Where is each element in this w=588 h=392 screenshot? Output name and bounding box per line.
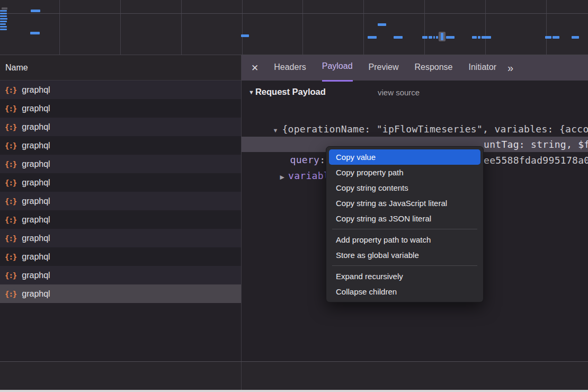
timeline-request-bar: [378, 23, 386, 26]
timeline-gridline: [485, 0, 486, 55]
timeline-request-bar: [545, 36, 551, 39]
timeline-request-bar: [553, 36, 559, 39]
request-name: graphql: [22, 197, 50, 206]
timeline-gridline: [302, 0, 303, 55]
timeline-request-bar: [0, 10, 7, 12]
json-request-icon: {:}: [5, 234, 16, 243]
timeline-request-bar: [0, 23, 6, 25]
timeline-request-bar: [429, 36, 432, 39]
request-name: graphql: [22, 159, 50, 169]
window-bottom-edge: [0, 390, 588, 392]
property-value-tail: untTag: string, $f: [484, 137, 588, 152]
timeline-request-bar: [446, 36, 455, 39]
request-row[interactable]: {:}graphql: [0, 81, 241, 99]
network-overview-timeline[interactable]: [0, 0, 588, 55]
timeline-request-bar: [482, 36, 491, 39]
request-row[interactable]: {:}graphql: [0, 247, 241, 266]
menu-item-expand-recursively[interactable]: Expand recursively: [329, 269, 480, 284]
menu-item-collapse-children[interactable]: Collapse children: [329, 284, 480, 299]
tab-initiator[interactable]: Initiator: [469, 55, 496, 81]
collapse-triangle-icon[interactable]: ▼: [248, 89, 254, 95]
expand-triangle-icon[interactable]: ▶: [280, 174, 284, 180]
details-tabbar: ✕ HeadersPayloadPreviewResponseInitiator…: [242, 55, 588, 81]
menu-separator: [332, 229, 477, 229]
summary-footer: [0, 361, 588, 390]
request-row[interactable]: {:}graphql: [0, 210, 241, 229]
request-payload-section-header: ▼Request Payload: [248, 87, 326, 97]
request-row[interactable]: {:}graphql: [0, 155, 241, 173]
more-tabs-icon[interactable]: »: [507, 62, 512, 74]
timeline-request-bar: [433, 36, 435, 39]
timeline-gridline: [424, 0, 425, 55]
property-row-operation-name[interactable]: operationName: "ipFlowTimeseries": [242, 121, 588, 137]
timeline-request-bar: [241, 34, 249, 37]
close-icon[interactable]: ✕: [251, 63, 259, 74]
json-request-icon: {:}: [5, 216, 16, 224]
tab-preview[interactable]: Preview: [369, 55, 399, 81]
property-value-tail: ee5588fdad995178a0: [484, 153, 588, 168]
json-request-icon: {:}: [5, 253, 16, 261]
request-name: graphql: [22, 85, 50, 95]
request-row[interactable]: {:}graphql: [0, 266, 241, 284]
tab-response[interactable]: Response: [414, 55, 452, 81]
json-request-icon: {:}: [5, 197, 16, 206]
timeline-request-bar: [0, 18, 7, 20]
request-row[interactable]: {:}graphql: [0, 229, 241, 247]
request-row[interactable]: {:}graphql: [0, 99, 241, 118]
request-name: graphql: [22, 289, 50, 299]
section-title: Request Payload: [255, 87, 326, 96]
request-row[interactable]: {:}graphql: [0, 192, 241, 210]
menu-item-add-property-path-to-watch[interactable]: Add property path to watch: [329, 232, 480, 247]
timeline-request-bar: [0, 15, 7, 17]
menu-item-copy-string-contents[interactable]: Copy string contents: [329, 180, 480, 195]
timeline-gridline: [363, 0, 364, 55]
request-row[interactable]: {:}graphql: [0, 173, 241, 192]
menu-item-copy-value[interactable]: Copy value: [329, 149, 480, 165]
timeline-request-bar: [478, 36, 480, 39]
view-source-link[interactable]: view source: [378, 88, 420, 97]
payload-preview-row[interactable]: ▼{operationName: "ipFlowTimeseries", var…: [242, 106, 588, 121]
json-request-icon: {:}: [5, 179, 16, 187]
timeline-request-bar: [0, 21, 7, 22]
json-request-icon: {:}: [5, 160, 16, 168]
json-request-icon: {:}: [5, 271, 16, 280]
request-row[interactable]: {:}graphql: [0, 136, 241, 155]
tabs-container: HeadersPayloadPreviewResponseInitiator: [266, 55, 504, 82]
timeline-gridline: [242, 0, 243, 55]
tab-payload[interactable]: Payload: [322, 55, 353, 82]
request-name: graphql: [22, 178, 50, 188]
menu-separator: [332, 265, 477, 266]
request-name: graphql: [22, 234, 50, 243]
context-menu: Copy valueCopy property pathCopy string …: [326, 146, 484, 302]
json-request-icon: {:}: [5, 104, 16, 113]
timeline-request-bar: [2, 7, 7, 10]
column-header-label: Name: [5, 63, 28, 72]
menu-item-copy-string-as-json-literal[interactable]: Copy string as JSON literal: [329, 211, 480, 226]
menu-item-store-as-global-variable[interactable]: Store as global variable: [329, 247, 480, 263]
timeline-gridline: [181, 0, 182, 55]
timeline-gridline: [59, 0, 60, 55]
timeline-request-bar: [0, 29, 7, 30]
timeline-request-bar: [422, 36, 427, 39]
request-name: graphql: [22, 271, 50, 280]
column-header-name[interactable]: Name: [0, 55, 241, 81]
menu-item-copy-string-as-javascript-literal[interactable]: Copy string as JavaScript literal: [329, 195, 480, 211]
json-request-icon: {:}: [5, 141, 16, 150]
timeline-horizontal-line: [0, 13, 588, 14]
request-name: graphql: [22, 252, 50, 262]
json-request-icon: {:}: [5, 290, 16, 298]
timeline-request-bar: [394, 36, 403, 39]
request-name: graphql: [22, 141, 50, 150]
request-list-pane: Name {:}graphql{:}graphql{:}graphql{:}gr…: [0, 55, 242, 361]
json-request-icon: {:}: [5, 86, 16, 94]
timeline-request-bar: [31, 10, 40, 12]
request-row[interactable]: {:}graphql: [0, 284, 241, 303]
timeline-request-bar: [30, 32, 40, 34]
menu-item-copy-property-path[interactable]: Copy property path: [329, 165, 480, 180]
timeline-request-bar: [472, 36, 477, 39]
request-name: graphql: [22, 104, 50, 113]
tab-headers[interactable]: Headers: [274, 55, 306, 81]
pane-divider: [241, 362, 242, 390]
request-row[interactable]: {:}graphql: [0, 118, 241, 136]
request-name: graphql: [22, 122, 50, 132]
